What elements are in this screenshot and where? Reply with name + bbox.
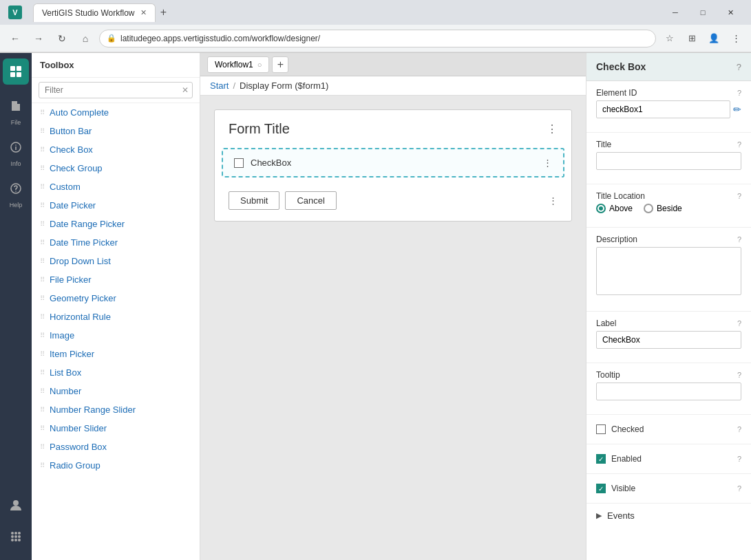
minimize-button[interactable]: ─ [663,3,688,22]
radio-beside[interactable]: Beside [644,204,682,213]
svg-point-8 [15,191,17,192]
workflow-tab-1[interactable]: Workflow1 ○ [207,56,269,73]
toolbox-item-passwordbox[interactable]: ⠿ Password Box [32,438,200,456]
submit-button[interactable]: Submit [229,191,279,210]
url-bar[interactable]: 🔒 latitudegeo.apps.vertigisstudio.com/wo… [99,30,656,47]
checked-help-icon[interactable]: ? [737,425,741,433]
sidebar-item-user[interactable] [3,492,29,518]
title-location-label: Title Location [596,191,645,201]
sidebar-item-workflow[interactable] [3,58,29,85]
element-id-input[interactable] [596,100,730,118]
tooltip-input[interactable] [596,383,741,400]
title-location-label-row: Title Location ? [596,191,741,201]
form-checkbox-item[interactable]: CheckBox ⋮ [222,148,564,177]
element-id-label: Element ID [596,88,637,98]
toolbox-item-horizontalrule[interactable]: ⠿ Horizontal Rule [32,308,200,326]
events-toggle[interactable]: ▶ Events [596,510,741,521]
browser-chrome: V VertiGIS Studio Workflow ✕ + ─ □ ✕ ← →… [0,0,751,53]
toolbox-item-geometrypicker[interactable]: ⠿ Geometry Picker [32,289,200,308]
title-location-help-icon[interactable]: ? [737,192,741,200]
breadcrumb-start[interactable]: Start [210,80,229,91]
tooltip-help-icon[interactable]: ? [737,371,741,379]
element-id-help-icon[interactable]: ? [737,89,741,97]
icon-sidebar: File Info Help [0,53,32,560]
toolbox-item-listbox[interactable]: ⠿ List Box [32,363,200,382]
toolbox-item-checkbox[interactable]: ⠿ Check Box [32,140,200,159]
cancel-button[interactable]: Cancel [285,191,336,210]
toolbox-item-datepicker[interactable]: ⠿ Date Picker [32,196,200,215]
drag-handle-icon: ⠿ [40,257,44,265]
sidebar-item-info[interactable] [3,134,29,160]
panel-help-icon[interactable]: ? [737,62,741,72]
tab-close-btn[interactable]: ✕ [140,8,147,17]
sidebar-item-apps[interactable] [3,524,29,550]
toolbox-item-label: Drop Down List [50,256,111,266]
toolbox-item-autocomplete[interactable]: ⠿ Auto Complete [32,103,200,122]
sidebar-item-file[interactable] [3,93,29,119]
canvas-area: Form Title ⋮ CheckBox ⋮ Submit Cancel ⋮ [200,96,586,560]
menu-icon[interactable]: ⋮ [726,29,745,48]
tab-bar: VertiGIS Studio Workflow ✕ + [28,3,178,22]
label-input[interactable] [596,331,741,349]
title-help-icon[interactable]: ? [737,140,741,149]
extensions-icon[interactable]: ⊞ [682,29,701,48]
browser-tab[interactable]: VertiGIS Studio Workflow ✕ [33,3,156,22]
toolbox-item-checkgroup[interactable]: ⠿ Check Group [32,159,200,177]
bookmark-icon[interactable]: ☆ [660,29,679,48]
form-actions-menu-button[interactable]: ⋮ [549,195,558,206]
form-title-menu-button[interactable]: ⋮ [547,122,558,136]
form-item-menu-button[interactable]: ⋮ [543,158,552,168]
toolbox-item-dropdownlist[interactable]: ⠿ Drop Down List [32,252,200,270]
toolbox-item-label: Number [50,386,81,396]
title-input[interactable] [596,152,741,170]
label-help-icon[interactable]: ? [737,319,741,327]
forward-button[interactable]: → [29,29,48,48]
toolbox-item-label: Item Picker [50,349,94,359]
tooltip-label: Tooltip [596,370,620,380]
visible-row: ✓ Visible ? [596,481,741,496]
toolbox-item-datetimepicker[interactable]: ⠿ Date Time Picker [32,233,200,252]
home-button[interactable]: ⌂ [76,29,95,48]
new-tab-button[interactable]: + [156,4,172,21]
drag-handle-icon: ⠿ [40,164,44,172]
description-textarea[interactable] [596,247,741,295]
maximize-button[interactable]: □ [690,3,715,22]
visible-help-icon[interactable]: ? [737,484,741,493]
sidebar-item-help[interactable] [3,175,29,202]
events-chevron-icon: ▶ [596,511,602,520]
toolbox-item-buttonbar[interactable]: ⠿ Button Bar [32,122,200,140]
description-help-icon[interactable]: ? [737,235,741,244]
element-id-edit-icon[interactable]: ✏ [733,104,741,115]
back-button[interactable]: ← [6,29,25,48]
profile-icon[interactable]: 👤 [704,29,723,48]
refresh-button[interactable]: ↻ [52,29,72,48]
tooltip-label-row: Tooltip ? [596,370,741,380]
filter-clear-icon[interactable]: ✕ [182,85,189,95]
close-button[interactable]: ✕ [718,3,743,22]
toolbox-filter-input[interactable] [39,82,193,98]
element-id-label-row: Element ID ? [596,88,741,98]
toolbox-item-numberrangeslider[interactable]: ⠿ Number Range Slider [32,400,200,419]
svg-rect-2 [10,72,15,77]
tooltip-section: Tooltip ? [586,363,751,415]
toolbox-item-radiogroup[interactable]: ⠿ Radio Group [32,456,200,475]
toolbox-item-itempicker[interactable]: ⠿ Item Picker [32,345,200,363]
toolbox-item-filepicker[interactable]: ⠿ File Picker [32,270,200,289]
toolbox-item-daterangepicker[interactable]: ⠿ Date Range Picker [32,215,200,233]
form-buttons: Submit Cancel [229,191,337,210]
checked-label: Checked [611,424,644,434]
enabled-help-icon[interactable]: ? [737,455,741,463]
toolbox-item-image[interactable]: ⠿ Image [32,326,200,345]
radio-above[interactable]: Above [596,204,633,213]
title-location-field: Title Location ? Above Beside [596,191,741,213]
toolbox-item-numberslicer[interactable]: ⠿ Number Slider [32,419,200,438]
enabled-checkbox[interactable]: ✓ [596,454,606,464]
toolbox-item-number[interactable]: ⠿ Number [32,382,200,400]
checked-checkbox[interactable] [596,424,606,434]
add-workflow-tab-button[interactable]: + [272,56,288,73]
visible-checkbox[interactable]: ✓ [596,484,606,493]
visible-label: Visible [611,484,635,493]
radio-beside-indicator [644,204,653,213]
svg-point-9 [13,500,19,506]
toolbox-item-custom[interactable]: ⠿ Custom [32,177,200,196]
